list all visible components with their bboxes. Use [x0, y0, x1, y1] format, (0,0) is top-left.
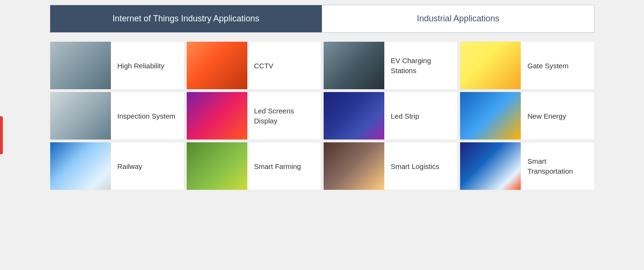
card-led-screens-display[interactable]: Led Screens Display	[186, 92, 321, 140]
card-img-gate-system	[460, 42, 521, 89]
card-label-ev-charging: EV Charging Stations	[384, 56, 458, 75]
card-img-cctv	[187, 42, 247, 89]
card-label-led-screens-display: Led Screens Display	[247, 106, 321, 126]
card-smart-transportation[interactable]: Smart Transportation	[460, 142, 595, 190]
card-img-smart-farming	[187, 142, 247, 190]
card-label-smart-farming: Smart Farming	[247, 161, 308, 171]
card-img-led-screens-display	[187, 92, 247, 140]
card-label-new-energy: New Energy	[521, 111, 573, 121]
card-img-inner-ev-charging	[324, 42, 384, 89]
card-label-high-reliability: High Reliability	[111, 61, 171, 71]
card-led-strip[interactable]: Led Strip	[323, 92, 458, 140]
card-label-gate-system: Gate System	[521, 61, 575, 71]
card-smart-farming[interactable]: Smart Farming	[186, 142, 321, 190]
card-gate-system[interactable]: Gate System	[460, 41, 595, 90]
card-ev-charging[interactable]: EV Charging Stations	[323, 41, 458, 90]
card-grid: High ReliabilityCCTVEV Charging Stations…	[50, 41, 595, 190]
card-img-high-reliability	[50, 42, 111, 89]
tab-iot[interactable]: Internet of Things Industry Applications	[50, 5, 322, 32]
card-img-ev-charging	[324, 42, 384, 89]
card-img-inner-led-screens-display	[187, 92, 247, 140]
card-img-inner-smart-logistics	[324, 142, 384, 190]
card-label-smart-transportation: Smart Transportation	[521, 156, 594, 176]
tab-iot-label: Internet of Things Industry Applications	[112, 14, 259, 23]
card-img-inner-led-strip	[324, 92, 384, 140]
card-img-inner-smart-transportation	[460, 142, 521, 190]
tab-industrial-label: Industrial Applications	[417, 14, 499, 23]
card-label-led-strip: Led Strip	[384, 111, 426, 121]
card-label-railway: Railway	[111, 161, 149, 171]
red-side-bar	[0, 116, 3, 154]
card-railway[interactable]: Railway	[50, 142, 185, 190]
card-label-inspection-system: Inspection System	[111, 111, 182, 121]
main-container: Internet of Things Industry Applications…	[50, 5, 595, 190]
card-img-inner-inspection-system	[50, 92, 111, 140]
card-img-smart-transportation	[460, 142, 521, 190]
card-img-inner-cctv	[187, 42, 247, 89]
card-inspection-system[interactable]: Inspection System	[50, 92, 185, 140]
card-new-energy[interactable]: New Energy	[460, 92, 595, 140]
card-img-inner-high-reliability	[50, 42, 111, 89]
card-img-led-strip	[324, 92, 384, 140]
card-img-inner-railway	[50, 142, 111, 190]
tab-industrial[interactable]: Industrial Applications	[322, 5, 594, 32]
card-img-new-energy	[460, 92, 521, 140]
card-img-inner-new-energy	[460, 92, 521, 140]
card-img-inner-smart-farming	[187, 142, 247, 190]
card-high-reliability[interactable]: High Reliability	[50, 41, 185, 90]
card-label-cctv: CCTV	[247, 61, 280, 71]
card-img-inspection-system	[50, 92, 111, 140]
card-cctv[interactable]: CCTV	[186, 41, 321, 90]
card-img-railway	[50, 142, 111, 190]
card-img-inner-gate-system	[460, 42, 521, 89]
card-smart-logistics[interactable]: Smart Logistics	[323, 142, 458, 190]
card-img-smart-logistics	[324, 142, 384, 190]
tab-bar: Internet of Things Industry Applications…	[50, 5, 595, 33]
card-label-smart-logistics: Smart Logistics	[384, 161, 446, 171]
